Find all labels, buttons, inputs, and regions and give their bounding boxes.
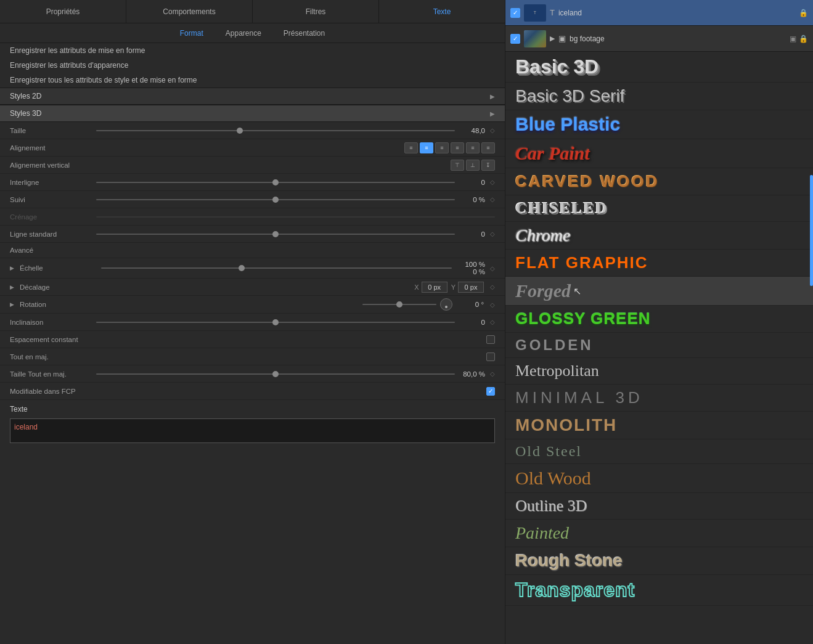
- rotation-slider[interactable]: [362, 300, 436, 309]
- align-center[interactable]: ≡: [420, 142, 433, 153]
- styles-list: Basic 3D Basic 3D Serif Blue Plastic Car…: [505, 52, 813, 644]
- layer-thumb-text: T: [524, 4, 546, 22]
- prop-alignement-vertical: Alignement vertical ⊤ ⊥ ↧: [0, 157, 505, 174]
- layer-thumb-iceland: T: [524, 4, 546, 22]
- align-justify[interactable]: ≡: [451, 142, 464, 153]
- texte-input-area[interactable]: iceland: [10, 418, 495, 443]
- y-value[interactable]: 0 px: [458, 282, 484, 293]
- ligne-standard-thumb[interactable]: [272, 231, 279, 237]
- layer-row-iceland[interactable]: ✓ T T iceland 🔒: [505, 0, 813, 26]
- section-styles2d[interactable]: Styles 2D ▶: [0, 88, 505, 105]
- align-justify2[interactable]: ≡: [466, 142, 480, 153]
- section-styles3d[interactable]: Styles 3D ▶: [0, 105, 505, 122]
- group-arrow-icon[interactable]: ▶: [550, 35, 555, 43]
- style-item-monolith[interactable]: MONOLITH: [505, 412, 813, 439]
- style-item-chiseled[interactable]: CHISELED: [505, 195, 813, 222]
- align-left[interactable]: ≡: [404, 142, 418, 153]
- taille-tout-en-maj-slider[interactable]: [96, 369, 455, 379]
- subtab-presentation[interactable]: Présentation: [279, 26, 330, 40]
- style-item-transparent[interactable]: Transparent: [505, 575, 813, 606]
- menu-save-format[interactable]: Enregistrer les attributs de mise en for…: [0, 43, 505, 58]
- suivi-diamond: ◇: [490, 196, 495, 203]
- alignement-vertical-label: Alignement vertical: [10, 161, 96, 169]
- style-item-minimal3d[interactable]: MINIMAL 3D: [505, 385, 813, 412]
- inclinaison-slider[interactable]: [96, 317, 455, 327]
- style-item-flat-graphic[interactable]: FLAT GRAPHIC: [505, 250, 813, 277]
- echelle-thumb[interactable]: [239, 265, 245, 271]
- style-item-old-wood[interactable]: Old Wood: [505, 464, 813, 493]
- cursor-indicator: ↖: [573, 285, 581, 297]
- tout-en-maj-checkbox[interactable]: [486, 353, 495, 361]
- layer-check-bg-icon: ✓: [513, 35, 518, 42]
- valign-middle[interactable]: ⊥: [466, 160, 480, 171]
- subtab-apparence[interactable]: Apparence: [221, 26, 266, 40]
- align-justify3[interactable]: ≡: [481, 142, 495, 153]
- suivi-slider[interactable]: [96, 195, 455, 205]
- style-item-chrome[interactable]: Chrome: [505, 222, 813, 250]
- scrollbar-thumb[interactable]: [810, 175, 813, 286]
- suivi-thumb[interactable]: [272, 197, 279, 203]
- tout-en-maj-label: Tout en maj.: [10, 353, 96, 361]
- tab-filtres[interactable]: Filtres: [253, 0, 379, 23]
- valign-bottom[interactable]: ↧: [481, 160, 495, 171]
- tab-proprietes[interactable]: Propriétés: [0, 0, 126, 23]
- style-item-golden[interactable]: GOLDEN: [505, 333, 813, 358]
- align-right[interactable]: ≡: [435, 142, 449, 153]
- style-item-car-paint[interactable]: Car Paint: [505, 139, 813, 168]
- layer-actions-bg: ▣ 🔒: [790, 35, 808, 43]
- rotation-value: 0 °: [456, 301, 484, 308]
- ligne-standard-slider[interactable]: [96, 229, 455, 239]
- style-item-outline3d[interactable]: Outline 3D: [505, 493, 813, 520]
- tab-texte[interactable]: Texte: [379, 0, 505, 23]
- rotation-label: Rotation: [20, 301, 99, 308]
- ligne-standard-label: Ligne standard: [10, 230, 96, 238]
- decalage-control: X 0 px Y 0 px ◇: [101, 282, 495, 293]
- inclinaison-thumb[interactable]: [272, 319, 279, 325]
- prop-espacement: Espacement constant: [0, 331, 505, 348]
- layer-check-bg[interactable]: ✓: [510, 34, 520, 44]
- style-item-basic3d[interactable]: Basic 3D: [505, 52, 813, 83]
- decalage-arrow[interactable]: ▶: [10, 284, 17, 290]
- taille-thumb[interactable]: [237, 128, 243, 134]
- menu-save-all[interactable]: Enregistrer tous les attributs de style …: [0, 73, 505, 88]
- x-value[interactable]: 0 px: [422, 282, 447, 293]
- rotation-thumb[interactable]: [396, 301, 402, 308]
- style-item-forged[interactable]: Forged ↖: [505, 277, 813, 306]
- taille-slider[interactable]: [96, 126, 455, 136]
- taille-diamond: ◇: [490, 127, 495, 134]
- style-rough-stone-label: Rough Stone: [515, 551, 623, 571]
- style-basic3d-label: Basic 3D: [515, 55, 599, 78]
- style-item-rough-stone[interactable]: Rough Stone: [505, 547, 813, 575]
- interligne-thumb[interactable]: [272, 179, 279, 185]
- style-item-basic3d-serif[interactable]: Basic 3D Serif: [505, 83, 813, 110]
- taille-tout-en-maj-thumb[interactable]: [272, 371, 279, 377]
- espacement-label: Espacement constant: [10, 336, 96, 343]
- interligne-slider[interactable]: [96, 177, 455, 187]
- subtab-format[interactable]: Format: [175, 26, 208, 40]
- menu-save-apparence[interactable]: Enregistrer les attributs d'apparence: [0, 58, 505, 73]
- style-item-painted[interactable]: Painted: [505, 520, 813, 547]
- echelle-arrow[interactable]: ▶: [10, 265, 17, 271]
- prop-ligne-standard: Ligne standard 0 ◇: [0, 226, 505, 243]
- style-item-metropolitan[interactable]: Metropolitan: [505, 358, 813, 385]
- modifiable-fcp-checkbox[interactable]: ✓: [486, 387, 495, 396]
- check-icon: ✓: [488, 388, 493, 394]
- layer-check-iceland[interactable]: ✓: [510, 8, 520, 18]
- echelle-values: 100 % 0 %: [454, 261, 485, 275]
- styles3d-arrow: ▶: [490, 110, 495, 117]
- style-blue-plastic-label: Blue Plastic: [515, 114, 620, 135]
- espacement-checkbox[interactable]: [486, 335, 495, 344]
- prop-inclinaison: Inclinaison 0 ◇: [0, 314, 505, 331]
- rotation-dial[interactable]: [440, 298, 452, 311]
- layer-row-bgfootage[interactable]: ✓ ▶ ▣ bg footage ▣ 🔒: [505, 26, 813, 52]
- style-item-blue-plastic[interactable]: Blue Plastic: [505, 110, 813, 139]
- valign-top[interactable]: ⊤: [451, 160, 464, 171]
- style-item-old-steel[interactable]: Old Steel: [505, 439, 813, 464]
- style-item-glossy-green[interactable]: GLOSSY GREEN: [505, 306, 813, 333]
- ligne-standard-diamond: ◇: [490, 230, 495, 237]
- echelle-slider[interactable]: [101, 263, 452, 273]
- espacement-control: [96, 335, 495, 344]
- rotation-arrow[interactable]: ▶: [10, 301, 17, 308]
- style-item-carved-wood[interactable]: CARVED WOOD: [505, 168, 813, 195]
- tab-comportements[interactable]: Comportements: [126, 0, 253, 23]
